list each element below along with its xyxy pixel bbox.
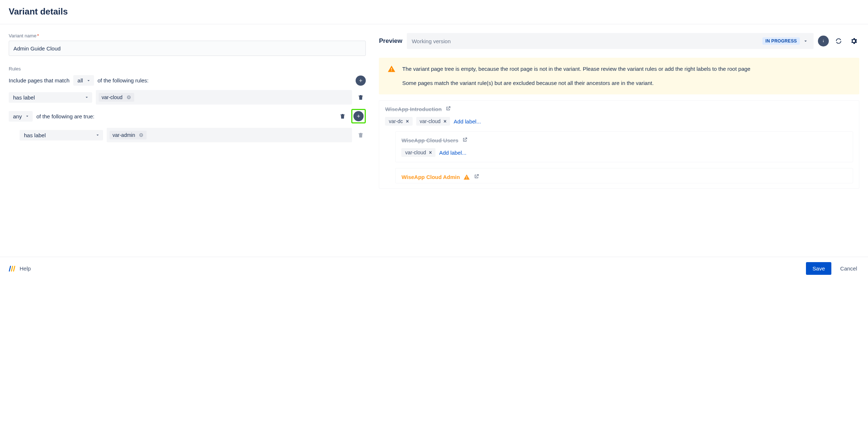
info-button[interactable] <box>818 36 829 46</box>
remove-label-icon[interactable]: × <box>406 118 409 124</box>
rules-intro-prefix: Include pages that match <box>9 77 70 84</box>
gear-icon <box>850 37 858 45</box>
remove-label-icon[interactable]: × <box>429 150 432 155</box>
required-marker: * <box>37 33 39 38</box>
logo-icon <box>9 265 16 272</box>
tree-node: WiseApp Introduction var-dc × var-cloud … <box>379 100 859 189</box>
match-mode-select[interactable]: all <box>73 75 94 86</box>
warning-banner: The variant page tree is empty, because … <box>379 58 859 94</box>
add-label-link[interactable]: Add label... <box>454 118 481 125</box>
warning-paragraph-2: Some pages match the variant rule(s) but… <box>402 79 750 87</box>
rules-label: Rules <box>9 66 366 72</box>
tree-node: WiseApp Cloud Admin <box>395 168 853 183</box>
open-link-icon[interactable] <box>462 137 468 144</box>
plus-icon <box>358 78 363 83</box>
chevron-down-icon <box>95 133 100 138</box>
status-badge: IN PROGRESS <box>762 37 800 45</box>
add-label-link[interactable]: Add label... <box>439 150 466 156</box>
delete-group-button[interactable] <box>337 111 348 121</box>
warning-icon <box>388 65 396 73</box>
plus-icon <box>356 114 361 119</box>
page-title: Variant details <box>9 7 859 17</box>
save-button[interactable]: Save <box>806 262 831 275</box>
preview-heading: Preview <box>379 37 402 45</box>
refresh-icon <box>835 37 843 45</box>
trash-icon <box>357 94 364 101</box>
group-mode-select[interactable]: any <box>9 111 33 122</box>
remove-tag-icon[interactable] <box>139 133 144 138</box>
help-link[interactable]: Help <box>9 265 31 272</box>
delete-rule1-button[interactable] <box>356 92 366 102</box>
open-link-icon[interactable] <box>445 106 451 113</box>
open-link-icon[interactable] <box>474 174 479 180</box>
label-chip: var-cloud × <box>401 148 435 157</box>
rule2-value-input[interactable]: var-admin <box>107 128 352 142</box>
label-chip: var-cloud × <box>416 117 450 126</box>
label-chip: var-dc × <box>385 117 412 126</box>
preview-version-select[interactable]: Working version IN PROGRESS <box>407 33 814 49</box>
warning-icon <box>463 174 470 180</box>
chevron-down-icon <box>803 38 808 44</box>
tree-node: WiseApp Cloud Users var-cloud × Add labe… <box>395 131 853 162</box>
trash-icon <box>339 113 346 119</box>
add-rule-button[interactable] <box>356 76 366 86</box>
variant-name-input[interactable] <box>9 41 366 56</box>
settings-button[interactable] <box>848 36 859 46</box>
rule2-condition-select[interactable]: has label <box>20 130 103 140</box>
remove-tag-icon[interactable] <box>126 95 131 100</box>
add-group-rule-button[interactable] <box>353 111 364 121</box>
node-title: WiseApp Cloud Admin <box>401 174 460 180</box>
add-group-rule-highlight <box>351 109 366 123</box>
warning-paragraph-1: The variant page tree is empty, because … <box>402 65 750 73</box>
rules-intro-suffix: of the following rules: <box>98 77 149 84</box>
variant-name-label: Variant name * <box>9 33 366 38</box>
info-icon <box>820 38 826 44</box>
chevron-down-icon <box>84 95 89 100</box>
chevron-down-icon <box>86 78 91 83</box>
node-title: WiseApp Cloud Users <box>401 137 458 143</box>
remove-label-icon[interactable]: × <box>443 118 446 124</box>
trash-icon <box>357 132 364 138</box>
rule1-value-input[interactable]: var-cloud <box>96 90 352 105</box>
rule1-condition-select[interactable]: has label <box>9 92 92 103</box>
node-title: WiseApp Introduction <box>385 106 442 112</box>
refresh-button[interactable] <box>833 36 844 46</box>
chevron-down-icon <box>25 114 30 119</box>
group-suffix-text: of the following are true: <box>36 113 94 119</box>
cancel-button[interactable]: Cancel <box>838 265 859 272</box>
delete-rule2-button[interactable] <box>356 130 366 140</box>
